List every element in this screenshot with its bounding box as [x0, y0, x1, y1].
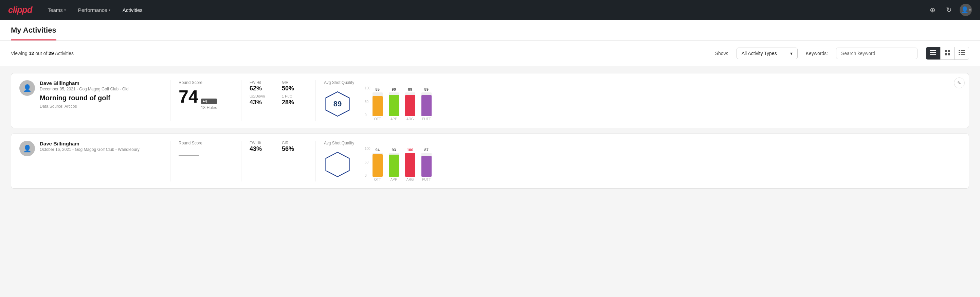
view-list-button[interactable] [955, 47, 969, 59]
round-score-label-2: Round Score [178, 141, 233, 145]
keywords-label: Keywords: [806, 51, 828, 56]
arg-value: 89 [408, 87, 412, 91]
viewing-text: Viewing 12 out of 29 Activities [11, 51, 707, 56]
stats-section: FW Hit 62% GIR 50% Up/Down 43% 1 Putt 28… [250, 80, 307, 106]
activities-list: 👤 Dave Billingham December 05, 2021 - Go… [0, 66, 980, 195]
activity-source: Data Source: Arccos [40, 104, 162, 109]
quality-label-2: Avg Shot Quality [324, 141, 354, 145]
quality-score-value: 89 [334, 99, 342, 109]
oneputt-stat: 1 Putt 28% [282, 94, 307, 106]
app-label-2: APP [390, 178, 397, 182]
arg-bar-fill-2 [405, 153, 415, 177]
gir-label: GIR [282, 80, 307, 84]
svg-rect-3 [945, 50, 947, 52]
score-badge-info: +4 18 Holes [201, 99, 217, 110]
updown-stat: Up/Down 43% [250, 94, 275, 106]
quality-hexagon: 89 [324, 90, 351, 118]
chart-col-arg: 89 ARG [405, 87, 415, 121]
page-header: My Activities [0, 20, 980, 41]
score-placeholder [178, 155, 199, 156]
view-list-compact-button[interactable] [926, 47, 940, 59]
svg-rect-6 [948, 53, 950, 55]
grid-icon [945, 50, 950, 57]
fw-hit-value: 62% [250, 85, 275, 92]
arg-label-2: ARG [406, 178, 414, 182]
quality-hexagon-2 [324, 151, 351, 178]
fw-hit-stat: FW Hit 62% [250, 80, 275, 92]
card-left-section-2: 👤 Dave Billingham October 16, 2021 - Gog… [19, 141, 162, 156]
gir-value-2: 56% [282, 145, 307, 153]
stats-section-2: FW Hit 43% GIR 56% [250, 141, 307, 153]
y-label-100: 100 [365, 86, 371, 90]
nav-right: ⊕ ↻ 👤 ▾ [927, 4, 972, 16]
svg-rect-9 [959, 52, 960, 53]
view-grid-button[interactable] [940, 47, 955, 59]
app-bar-fill [389, 95, 399, 116]
y-label-50-2: 50 [365, 160, 371, 164]
card-divider-1 [170, 80, 170, 121]
round-score-label: Round Score [178, 80, 233, 85]
ott-bar-track [372, 93, 383, 116]
y-label-0: 0 [365, 113, 371, 117]
gir-value: 50% [282, 85, 307, 92]
ott-bar-track-2 [372, 153, 383, 177]
ott-label: OTT [374, 117, 381, 121]
arg-bar-track-2 [405, 153, 415, 177]
chart-section-2: 100 50 0 94 OTT 93 [365, 141, 961, 182]
activity-date-course-2: October 16, 2021 - Gog Magog Golf Club -… [40, 147, 162, 152]
quality-hexagon-wrap-2 [324, 151, 351, 178]
user-avatar-button[interactable]: 👤 ▾ [959, 4, 972, 16]
updown-value: 43% [250, 99, 275, 106]
keyword-search-input[interactable] [836, 48, 918, 59]
avatar-person-icon-2: 👤 [23, 144, 32, 153]
score-row: 74 +4 18 Holes [178, 88, 233, 110]
score-badge: +4 [201, 99, 217, 104]
logo-text[interactable]: clippd [8, 5, 32, 15]
pencil-icon: ✎ [957, 80, 961, 86]
activity-player-name: Dave Billingham [40, 80, 162, 86]
viewing-total: 29 [49, 51, 54, 56]
page-title-wrap: My Activities [11, 20, 56, 40]
putt-bar-track-2 [422, 153, 431, 177]
card-divider-2-2 [241, 141, 242, 182]
arg-bar-fill [405, 95, 415, 116]
score-holes: 18 Holes [201, 105, 217, 110]
card-divider-2 [241, 80, 242, 121]
avatar-person-icon: 👤 [23, 84, 32, 92]
ott-value-2: 94 [375, 148, 380, 152]
score-row-2 [178, 148, 233, 156]
fw-hit-value-2: 43% [250, 145, 275, 153]
add-icon[interactable]: ⊕ [927, 5, 938, 15]
activity-type-select[interactable]: All Activity Types ▾ [737, 48, 798, 59]
svg-rect-12 [961, 54, 965, 55]
putt-bar-track [422, 93, 431, 116]
app-bar-track-2 [389, 153, 399, 177]
card-divider-3 [315, 80, 316, 121]
round-score-section-2: Round Score [178, 141, 233, 156]
nav-activities[interactable]: Activities [118, 5, 147, 16]
svg-rect-4 [948, 50, 950, 52]
avatar-chevron-icon: ▾ [969, 8, 971, 12]
list-icon [959, 50, 965, 56]
activity-card-2: 👤 Dave Billingham October 16, 2021 - Gog… [11, 134, 969, 188]
chart-col-putt: 89 PUTT [422, 87, 431, 121]
activity-player-name-2: Dave Billingham [40, 141, 162, 147]
app-bar-track [389, 93, 399, 116]
chart-col-arg-2: 106 ARG [405, 148, 415, 182]
svg-rect-2 [930, 54, 936, 55]
activity-date-course: December 05, 2021 - Gog Magog Golf Club … [40, 87, 162, 91]
refresh-icon[interactable]: ↻ [943, 5, 954, 15]
nav-performance[interactable]: Performance ▾ [73, 5, 115, 16]
edit-activity-button[interactable]: ✎ [954, 77, 965, 88]
chart-col-app-2: 93 APP [389, 148, 399, 182]
toolbar: Viewing 12 out of 29 Activities Show: Al… [0, 41, 980, 66]
chart-section: 100 50 0 85 OTT 90 [365, 80, 961, 121]
y-label-50: 50 [365, 100, 371, 104]
svg-rect-8 [961, 50, 965, 51]
activity-title: Morning round of golf [40, 94, 162, 102]
nav-teams[interactable]: Teams ▾ [43, 5, 71, 16]
arg-label: ARG [406, 117, 414, 121]
nav-performance-label: Performance [78, 7, 107, 13]
gir-label-2: GIR [282, 141, 307, 145]
svg-rect-11 [959, 54, 960, 55]
